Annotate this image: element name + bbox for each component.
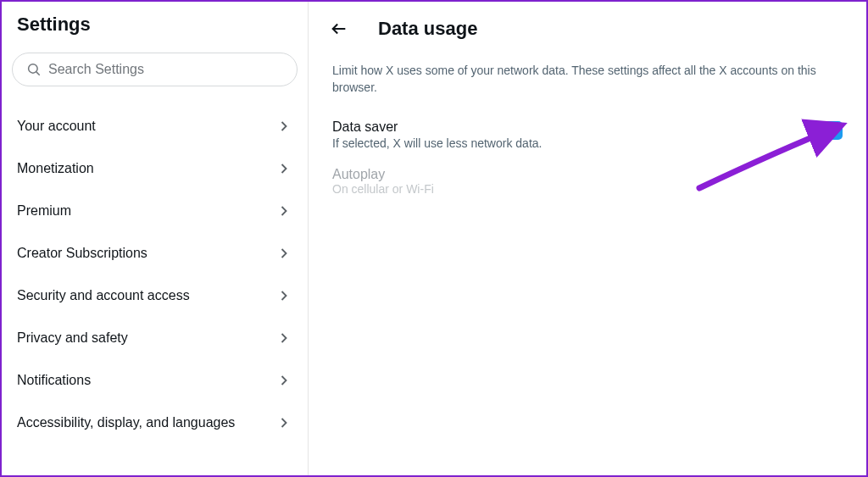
chevron-right-icon bbox=[275, 118, 292, 135]
back-button[interactable] bbox=[324, 14, 354, 44]
data-saver-checkbox[interactable] bbox=[824, 121, 843, 140]
data-saver-title: Data saver bbox=[332, 119, 810, 135]
sidebar-item-monetization[interactable]: Monetization bbox=[2, 147, 308, 190]
chevron-right-icon bbox=[275, 202, 292, 219]
sidebar-item-premium[interactable]: Premium bbox=[2, 190, 308, 232]
sidebar-item-notifications[interactable]: Notifications bbox=[2, 359, 308, 402]
sidebar-item-label: Privacy and safety bbox=[17, 330, 128, 346]
arrow-left-icon bbox=[330, 19, 348, 38]
autoplay-title: Autoplay bbox=[332, 167, 843, 182]
sidebar-item-label: Monetization bbox=[17, 161, 94, 176]
svg-point-0 bbox=[29, 64, 38, 74]
data-saver-row: Data saver If selected, X will use less … bbox=[309, 113, 866, 162]
autoplay-subtitle: On cellular or Wi-Fi bbox=[332, 182, 843, 196]
check-icon bbox=[826, 124, 840, 137]
settings-menu: Your account Monetization Premium Creato… bbox=[2, 98, 308, 444]
data-saver-subtitle: If selected, X will use less network dat… bbox=[332, 136, 810, 150]
chevron-right-icon bbox=[275, 372, 292, 389]
sidebar-item-label: Premium bbox=[17, 203, 71, 219]
main-header: Data usage bbox=[309, 14, 866, 51]
chevron-right-icon bbox=[275, 330, 292, 347]
sidebar-item-creator-subscriptions[interactable]: Creator Subscriptions bbox=[2, 232, 308, 275]
search-container bbox=[2, 44, 308, 98]
search-icon bbox=[26, 62, 42, 77]
settings-sidebar: Settings Your account Monetization Premi… bbox=[2, 2, 309, 475]
sidebar-item-your-account[interactable]: Your account bbox=[2, 105, 308, 147]
sidebar-item-label: Creator Subscriptions bbox=[17, 246, 147, 261]
sidebar-item-security-access[interactable]: Security and account access bbox=[2, 275, 308, 317]
page-title: Data usage bbox=[378, 18, 477, 40]
chevron-right-icon bbox=[275, 287, 292, 304]
sidebar-item-label: Your account bbox=[17, 119, 96, 134]
chevron-right-icon bbox=[275, 160, 292, 177]
data-saver-text: Data saver If selected, X will use less … bbox=[332, 119, 810, 150]
search-input[interactable] bbox=[48, 62, 283, 77]
page-description: Limit how X uses some of your network da… bbox=[309, 51, 866, 113]
search-box[interactable] bbox=[12, 53, 298, 86]
sidebar-title: Settings bbox=[2, 14, 308, 44]
sidebar-item-label: Notifications bbox=[17, 373, 91, 388]
sidebar-item-label: Accessibility, display, and languages bbox=[17, 415, 235, 430]
main-panel: Data usage Limit how X uses some of your… bbox=[309, 2, 866, 475]
sidebar-item-privacy-safety[interactable]: Privacy and safety bbox=[2, 317, 308, 359]
sidebar-item-accessibility[interactable]: Accessibility, display, and languages bbox=[2, 402, 308, 444]
chevron-right-icon bbox=[275, 414, 292, 431]
svg-line-1 bbox=[36, 72, 40, 75]
sidebar-item-label: Security and account access bbox=[17, 288, 190, 303]
autoplay-row[interactable]: Autoplay On cellular or Wi-Fi bbox=[309, 162, 866, 201]
chevron-right-icon bbox=[275, 245, 292, 262]
